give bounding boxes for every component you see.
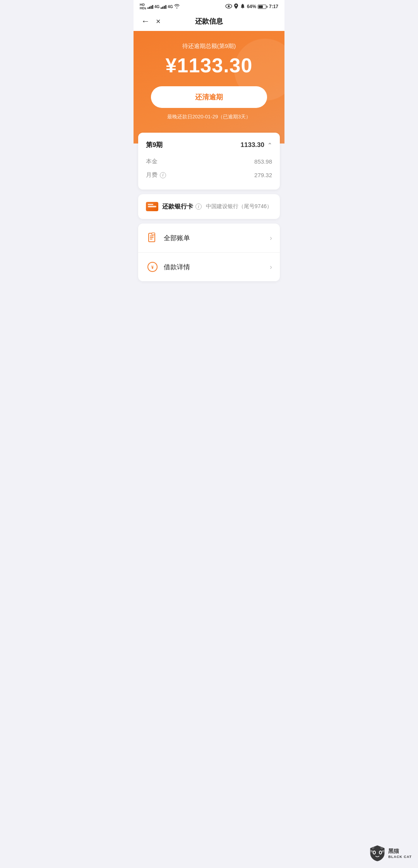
- nav-bar: ← × 还款信息: [134, 12, 284, 31]
- loan-details-chevron-icon: ›: [270, 263, 272, 271]
- loan-details-label: 借款详情: [164, 263, 190, 272]
- battery-percent: 64%: [247, 4, 256, 9]
- page-title: 还款信息: [195, 17, 223, 26]
- installment-title: 第9期: [146, 140, 163, 149]
- svg-point-2: [235, 5, 237, 6]
- hero-date-note: 最晚还款日2020-01-29（已逾期3天）: [141, 113, 277, 120]
- monthly-fee-label: 月费 i: [146, 171, 166, 179]
- status-left: HDHD₂ 4G 4G: [140, 3, 180, 10]
- principal-row: 本金 853.98: [146, 155, 272, 168]
- installment-total: 1133.30 ⌃: [241, 141, 272, 149]
- principal-value: 853.98: [254, 158, 272, 165]
- bank-name: 中国建设银行（尾号9746）: [206, 203, 272, 210]
- bank-card-icon: [146, 202, 158, 211]
- menu-card: 全部账单 › ¥ 借款详情 ›: [138, 224, 280, 281]
- document-icon: [146, 231, 159, 244]
- all-bills-chevron-icon: ›: [270, 234, 272, 242]
- principal-label: 本金: [146, 158, 158, 165]
- back-button[interactable]: ←: [141, 16, 150, 26]
- pay-overdue-button[interactable]: 还清逾期: [151, 86, 267, 108]
- bank-card-section: 还款银行卡 i 中国建设银行（尾号9746）: [138, 194, 280, 219]
- svg-text:¥: ¥: [151, 264, 154, 270]
- location-icon: [234, 3, 238, 10]
- time-display: 7:17: [269, 4, 278, 9]
- hero-amount: ¥1133.30: [141, 54, 277, 77]
- bell-icon: [240, 3, 245, 10]
- monthly-fee-value: 279.32: [254, 172, 272, 178]
- hero-label: 待还逾期总额(第9期): [141, 43, 277, 50]
- yuan-icon: ¥: [146, 260, 159, 273]
- monthly-fee-row: 月费 i 279.32: [146, 168, 272, 182]
- status-right: 64% 7:17: [225, 3, 278, 10]
- all-bills-item[interactable]: 全部账单 ›: [138, 224, 280, 253]
- close-button[interactable]: ×: [156, 17, 161, 26]
- svg-point-1: [228, 5, 230, 7]
- installment-header-row: 第9期 1133.30 ⌃: [146, 140, 272, 149]
- all-bills-label: 全部账单: [164, 234, 190, 243]
- installment-card: 第9期 1133.30 ⌃ 本金 853.98 月费 i 279.32: [138, 133, 280, 190]
- hd-label: HDHD₂: [140, 3, 146, 10]
- eye-icon: [225, 4, 232, 10]
- loan-details-item[interactable]: ¥ 借款详情 ›: [138, 253, 280, 281]
- signal-4g-1: [147, 4, 153, 9]
- bank-label: 还款银行卡 i: [162, 203, 202, 211]
- bank-row: 还款银行卡 i 中国建设银行（尾号9746）: [146, 202, 272, 211]
- 4g-label-2: 4G: [168, 5, 173, 9]
- hero-section: 待还逾期总额(第9期) ¥1133.30 还清逾期 最晚还款日2020-01-2…: [134, 31, 284, 144]
- battery-icon: [258, 5, 267, 9]
- monthly-fee-info-icon[interactable]: i: [160, 172, 166, 178]
- signal-4g-2: [161, 4, 166, 9]
- svg-rect-7: [152, 233, 155, 235]
- status-bar: HDHD₂ 4G 4G: [134, 0, 284, 12]
- bank-info-icon[interactable]: i: [195, 203, 202, 210]
- chevron-up-icon[interactable]: ⌃: [267, 142, 272, 148]
- wifi-icon: [174, 4, 180, 9]
- 4g-label-1: 4G: [154, 5, 159, 9]
